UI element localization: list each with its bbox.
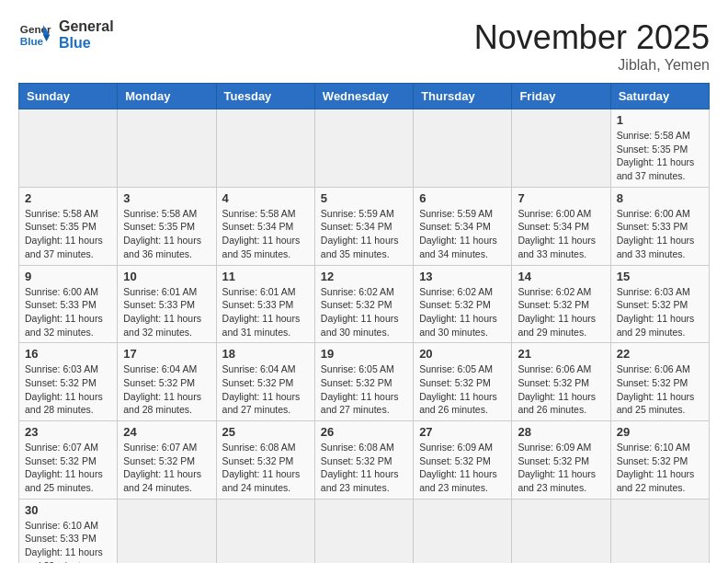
calendar-cell: 25Sunrise: 6:08 AM Sunset: 5:32 PM Dayli…: [216, 421, 314, 500]
day-number: 29: [617, 425, 703, 439]
calendar-cell: 4Sunrise: 5:58 AM Sunset: 5:34 PM Daylig…: [216, 187, 314, 265]
day-info: Sunrise: 6:10 AM Sunset: 5:32 PM Dayligh…: [617, 441, 703, 495]
day-info: Sunrise: 6:06 AM Sunset: 5:32 PM Dayligh…: [617, 362, 703, 417]
day-number: 3: [123, 191, 210, 205]
calendar-cell: 27Sunrise: 6:09 AM Sunset: 5:32 PM Dayli…: [414, 421, 512, 500]
calendar-cell: [414, 499, 512, 563]
day-number: 18: [222, 347, 309, 361]
weekday-header: Thursday: [414, 84, 512, 109]
day-info: Sunrise: 5:58 AM Sunset: 5:35 PM Dayligh…: [25, 207, 111, 261]
calendar-cell: 7Sunrise: 6:00 AM Sunset: 5:34 PM Daylig…: [512, 187, 610, 265]
title-block: November 2025 Jiblah, Yemen: [474, 18, 710, 74]
day-number: 30: [25, 503, 111, 517]
calendar-cell: [216, 499, 314, 563]
weekday-header: Saturday: [610, 84, 709, 109]
day-number: 24: [123, 425, 210, 439]
calendar-cell: 28Sunrise: 6:09 AM Sunset: 5:32 PM Dayli…: [512, 421, 610, 500]
calendar-cell: 21Sunrise: 6:06 AM Sunset: 5:32 PM Dayli…: [512, 343, 610, 421]
day-info: Sunrise: 6:02 AM Sunset: 5:32 PM Dayligh…: [419, 285, 506, 339]
calendar-cell: 12Sunrise: 6:02 AM Sunset: 5:32 PM Dayli…: [314, 265, 413, 343]
day-info: Sunrise: 6:09 AM Sunset: 5:32 PM Dayligh…: [419, 441, 506, 495]
calendar-cell: 3Sunrise: 5:58 AM Sunset: 5:35 PM Daylig…: [118, 187, 216, 265]
day-number: 4: [222, 191, 309, 205]
day-info: Sunrise: 6:04 AM Sunset: 5:32 PM Dayligh…: [222, 362, 309, 417]
calendar-cell: 1Sunrise: 5:58 AM Sunset: 5:35 PM Daylig…: [610, 109, 709, 188]
day-number: 27: [419, 425, 506, 439]
calendar-cell: 18Sunrise: 6:04 AM Sunset: 5:32 PM Dayli…: [216, 343, 314, 421]
day-info: Sunrise: 6:00 AM Sunset: 5:33 PM Dayligh…: [617, 207, 703, 261]
calendar-cell: 22Sunrise: 6:06 AM Sunset: 5:32 PM Dayli…: [610, 343, 709, 421]
day-info: Sunrise: 6:02 AM Sunset: 5:32 PM Dayligh…: [518, 285, 604, 339]
svg-marker-3: [43, 35, 50, 41]
day-info: Sunrise: 5:59 AM Sunset: 5:34 PM Dayligh…: [419, 207, 506, 261]
day-info: Sunrise: 6:10 AM Sunset: 5:33 PM Dayligh…: [25, 519, 111, 563]
calendar-cell: [414, 109, 512, 188]
logo: General Blue General Blue: [18, 18, 114, 52]
day-number: 21: [518, 347, 604, 361]
day-number: 20: [419, 347, 506, 361]
calendar-cell: 24Sunrise: 6:07 AM Sunset: 5:32 PM Dayli…: [118, 421, 216, 500]
day-info: Sunrise: 6:01 AM Sunset: 5:33 PM Dayligh…: [222, 285, 309, 339]
day-info: Sunrise: 5:59 AM Sunset: 5:34 PM Dayligh…: [321, 207, 407, 261]
weekday-header: Sunday: [19, 84, 118, 109]
logo-blue: Blue: [59, 35, 114, 52]
calendar-cell: [216, 109, 314, 188]
day-number: 13: [419, 270, 506, 283]
day-number: 15: [617, 270, 703, 283]
day-info: Sunrise: 6:00 AM Sunset: 5:34 PM Dayligh…: [518, 207, 604, 261]
calendar-cell: 9Sunrise: 6:00 AM Sunset: 5:33 PM Daylig…: [19, 265, 118, 343]
day-info: Sunrise: 6:07 AM Sunset: 5:32 PM Dayligh…: [123, 441, 210, 495]
calendar-cell: 15Sunrise: 6:03 AM Sunset: 5:32 PM Dayli…: [610, 265, 709, 343]
calendar-cell: 10Sunrise: 6:01 AM Sunset: 5:33 PM Dayli…: [118, 265, 216, 343]
calendar-cell: [314, 499, 413, 563]
calendar-cell: 6Sunrise: 5:59 AM Sunset: 5:34 PM Daylig…: [414, 187, 512, 265]
day-info: Sunrise: 6:06 AM Sunset: 5:32 PM Dayligh…: [518, 362, 604, 417]
day-info: Sunrise: 6:01 AM Sunset: 5:33 PM Dayligh…: [123, 285, 210, 339]
calendar-cell: 19Sunrise: 6:05 AM Sunset: 5:32 PM Dayli…: [314, 343, 413, 421]
calendar-cell: 23Sunrise: 6:07 AM Sunset: 5:32 PM Dayli…: [19, 421, 118, 500]
calendar-cell: 20Sunrise: 6:05 AM Sunset: 5:32 PM Dayli…: [414, 343, 512, 421]
calendar-cell: 11Sunrise: 6:01 AM Sunset: 5:33 PM Dayli…: [216, 265, 314, 343]
day-number: 10: [123, 270, 210, 283]
logo-icon: General Blue: [18, 18, 51, 52]
page-header: General Blue General Blue November 2025 …: [18, 18, 710, 74]
calendar-cell: [610, 499, 709, 563]
weekday-header: Wednesday: [314, 84, 413, 109]
calendar-title: November 2025: [474, 18, 710, 57]
day-number: 19: [321, 347, 407, 361]
day-number: 6: [419, 191, 506, 205]
day-info: Sunrise: 5:58 AM Sunset: 5:35 PM Dayligh…: [617, 129, 703, 183]
day-number: 16: [25, 347, 111, 361]
day-info: Sunrise: 6:02 AM Sunset: 5:32 PM Dayligh…: [321, 285, 407, 339]
day-number: 11: [222, 270, 309, 283]
calendar-cell: [512, 109, 610, 188]
day-number: 28: [518, 425, 604, 439]
calendar-cell: [118, 499, 216, 563]
day-number: 26: [321, 425, 407, 439]
calendar-cell: [314, 109, 413, 188]
day-info: Sunrise: 5:58 AM Sunset: 5:34 PM Dayligh…: [222, 207, 309, 261]
day-number: 8: [617, 191, 703, 205]
calendar-cell: 26Sunrise: 6:08 AM Sunset: 5:32 PM Dayli…: [314, 421, 413, 500]
calendar-cell: 17Sunrise: 6:04 AM Sunset: 5:32 PM Dayli…: [118, 343, 216, 421]
calendar-table: SundayMondayTuesdayWednesdayThursdayFrid…: [18, 83, 710, 563]
day-number: 7: [518, 191, 604, 205]
calendar-cell: [118, 109, 216, 188]
calendar-cell: 14Sunrise: 6:02 AM Sunset: 5:32 PM Dayli…: [512, 265, 610, 343]
calendar-cell: 5Sunrise: 5:59 AM Sunset: 5:34 PM Daylig…: [314, 187, 413, 265]
day-info: Sunrise: 6:00 AM Sunset: 5:33 PM Dayligh…: [25, 285, 111, 339]
day-number: 23: [25, 425, 111, 439]
calendar-subtitle: Jiblah, Yemen: [474, 57, 710, 74]
calendar-cell: [512, 499, 610, 563]
day-info: Sunrise: 6:03 AM Sunset: 5:32 PM Dayligh…: [617, 285, 703, 339]
weekday-header: Tuesday: [216, 84, 314, 109]
day-info: Sunrise: 5:58 AM Sunset: 5:35 PM Dayligh…: [123, 207, 210, 261]
calendar-cell: 13Sunrise: 6:02 AM Sunset: 5:32 PM Dayli…: [414, 265, 512, 343]
weekday-header: Monday: [118, 84, 216, 109]
day-info: Sunrise: 6:09 AM Sunset: 5:32 PM Dayligh…: [518, 441, 604, 495]
calendar-cell: 29Sunrise: 6:10 AM Sunset: 5:32 PM Dayli…: [610, 421, 709, 500]
day-info: Sunrise: 6:05 AM Sunset: 5:32 PM Dayligh…: [321, 362, 407, 417]
day-info: Sunrise: 6:07 AM Sunset: 5:32 PM Dayligh…: [25, 441, 111, 495]
day-info: Sunrise: 6:05 AM Sunset: 5:32 PM Dayligh…: [419, 362, 506, 417]
calendar-header: SundayMondayTuesdayWednesdayThursdayFrid…: [19, 84, 710, 109]
